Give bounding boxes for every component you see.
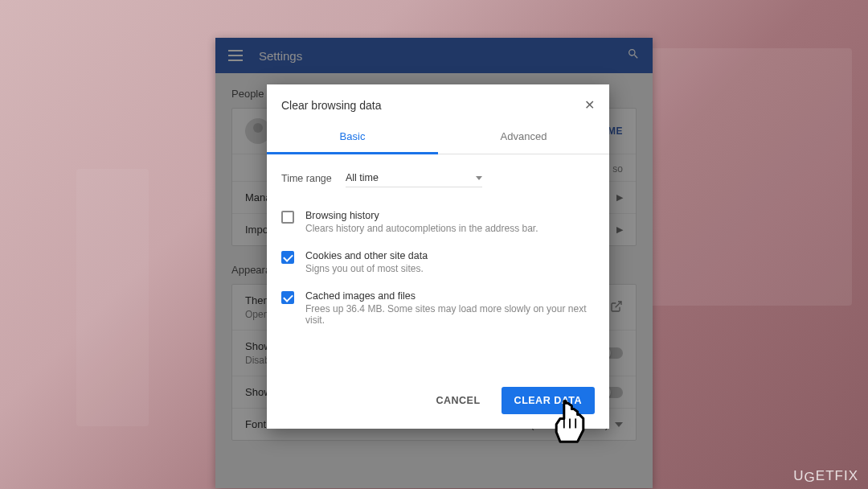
close-icon[interactable]: ✕: [584, 97, 595, 113]
cancel-button[interactable]: CANCEL: [427, 387, 490, 414]
checkbox-history[interactable]: [281, 211, 294, 224]
dropdown-icon: [476, 176, 482, 180]
tab-advanced[interactable]: Advanced: [438, 121, 609, 154]
check-row-history[interactable]: Browsing history Clears history and auto…: [281, 202, 595, 242]
check-row-cookies[interactable]: Cookies and other site data Signs you ou…: [281, 242, 595, 282]
check-row-cache[interactable]: Cached images and files Frees up 36.4 MB…: [281, 282, 595, 334]
time-range-label: Time range: [281, 173, 346, 184]
dialog-title: Clear browsing data: [281, 99, 584, 112]
tab-basic[interactable]: Basic: [267, 121, 438, 154]
clear-browsing-data-dialog: Clear browsing data ✕ Basic Advanced Tim…: [267, 84, 609, 429]
checkbox-cache[interactable]: [281, 291, 294, 304]
checkbox-cookies[interactable]: [281, 251, 294, 264]
time-range-select[interactable]: All time: [346, 169, 482, 187]
watermark: UGETFIX: [793, 468, 858, 484]
clear-data-button[interactable]: CLEAR DATA: [502, 387, 595, 414]
